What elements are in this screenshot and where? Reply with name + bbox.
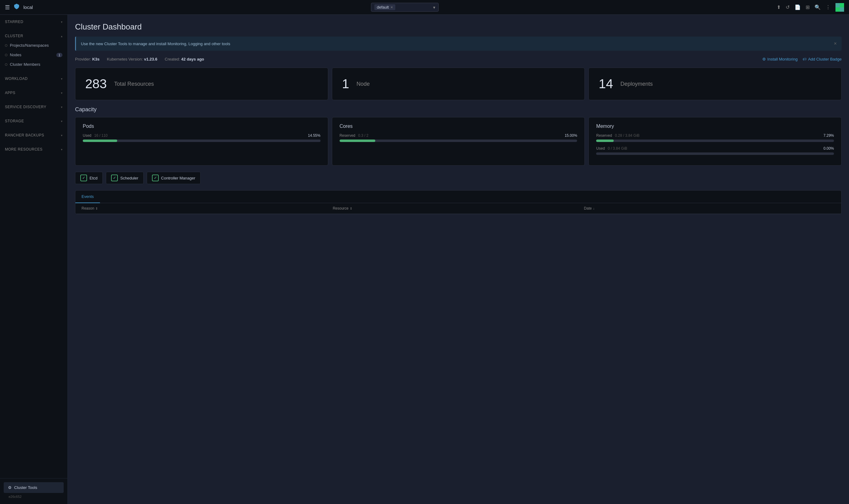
sidebar-cluster-header[interactable]: Cluster ▴ xyxy=(0,31,67,40)
total-resources-label: Total Resources xyxy=(114,81,154,87)
memory-used-values: 0 / 3.84 GiB xyxy=(608,146,627,150)
more-icon[interactable]: ⋮ xyxy=(826,4,831,10)
memory-title: Memory xyxy=(596,124,834,129)
namespace-close-icon[interactable]: × xyxy=(391,5,393,10)
pods-used-label: Used xyxy=(83,133,91,138)
stat-card-deployments: 14 Deployments xyxy=(588,68,842,100)
memory-reserved-row: Reserved 0.28 / 3.84 GiB 7.29% xyxy=(596,133,834,138)
info-banner-close-icon[interactable]: × xyxy=(834,41,837,47)
info-banner: Use the new Cluster Tools to manage and … xyxy=(75,37,842,51)
sidebar-item-cluster-members[interactable]: Cluster Members xyxy=(0,60,67,69)
sidebar-item-projects[interactable]: Projects/Namespaces xyxy=(0,40,67,50)
namespace-tag: default × xyxy=(374,4,395,10)
sidebar-workload-header[interactable]: Workload ▾ xyxy=(0,74,67,83)
nodes-number: 1 xyxy=(342,76,349,91)
events-col-resource[interactable]: Resource ⇕ xyxy=(333,206,584,211)
refresh-icon[interactable]: ↺ xyxy=(786,4,790,10)
svg-rect-3 xyxy=(840,7,844,12)
avatar xyxy=(835,3,844,12)
projects-dot-icon xyxy=(5,44,7,47)
gear-icon: ⚙ xyxy=(8,485,12,490)
events-table-header: Reason ⇕ Resource ⇕ Date ↓ xyxy=(75,203,841,214)
resource-sort-icon: ⇕ xyxy=(350,207,352,210)
sidebar-item-members-label: Cluster Members xyxy=(10,62,40,67)
main-content: Cluster Dashboard Use the new Cluster To… xyxy=(68,15,849,504)
namespace-value: default xyxy=(377,5,389,10)
apps-chevron-icon: ▾ xyxy=(61,91,63,95)
pods-title: Pods xyxy=(83,124,320,129)
cores-reserved-label: Reserved xyxy=(340,133,355,138)
sidebar-more-resources-header[interactable]: More Resources ▾ xyxy=(0,145,67,154)
starred-chevron-icon: ▾ xyxy=(61,20,63,24)
grid-icon[interactable]: ⊞ xyxy=(805,4,810,10)
reason-col-label: Reason xyxy=(82,206,94,211)
provider-label: Provider: K3s xyxy=(75,57,100,61)
pods-progress-fill xyxy=(83,140,117,142)
sidebar-item-nodes[interactable]: Nodes 1 xyxy=(0,50,67,60)
events-col-date[interactable]: Date ↓ xyxy=(584,206,835,211)
hamburger-icon[interactable]: ☰ xyxy=(5,4,10,11)
upload-icon[interactable]: ⬆ xyxy=(777,4,781,10)
deployments-number: 14 xyxy=(599,76,613,91)
nodes-dot-icon xyxy=(5,54,7,56)
created-label: Created: 42 days ago xyxy=(165,57,204,61)
cluster-tools-label: Cluster Tools xyxy=(14,485,37,490)
file-icon[interactable]: 📄 xyxy=(795,4,801,10)
cores-progress-fill xyxy=(340,140,375,142)
namespace-selector[interactable]: default × ▾ xyxy=(371,3,439,12)
deployments-label: Deployments xyxy=(621,81,653,87)
more-resources-chevron-icon: ▾ xyxy=(61,148,63,151)
monitoring-gear-icon: ⚙ xyxy=(762,57,766,61)
memory-reserved-bar xyxy=(596,140,834,142)
sidebar: Starred ▾ Cluster ▴ Projects/Namespaces … xyxy=(0,15,68,504)
sidebar-storage-header[interactable]: Storage ▾ xyxy=(0,116,67,126)
sidebar-workload-label: Workload xyxy=(5,76,28,81)
cores-reserved-values: 0.3 / 2 xyxy=(358,133,368,138)
cluster-meta-actions: ⚙ Install Monitoring 🏷 Add Cluster Badge xyxy=(762,57,842,61)
memory-used-row: Used 0 / 3.84 GiB 0.00% xyxy=(596,146,834,150)
created-value: 42 days ago xyxy=(181,57,204,61)
sidebar-workload-section: Workload ▾ xyxy=(0,72,67,86)
sidebar-service-discovery-label: Service Discovery xyxy=(5,105,47,109)
install-monitoring-link[interactable]: ⚙ Install Monitoring xyxy=(762,57,798,61)
cluster-meta: Provider: K3s Kubernetes Version: v1.23.… xyxy=(75,57,842,61)
memory-reserved-values: 0.28 / 3.84 GiB xyxy=(615,133,640,138)
sidebar-service-discovery-section: Service Discovery ▾ xyxy=(0,100,67,114)
cluster-name: local xyxy=(23,5,33,10)
sidebar-storage-label: Storage xyxy=(5,119,24,123)
capacity-card-memory: Memory Reserved 0.28 / 3.84 GiB 7.29% Us… xyxy=(588,117,842,166)
pods-used-percent: 14.55% xyxy=(308,133,320,138)
memory-used-label: Used xyxy=(596,146,605,150)
events-tab[interactable]: Events xyxy=(75,191,100,203)
add-cluster-badge-link[interactable]: 🏷 Add Cluster Badge xyxy=(802,57,842,61)
sidebar-starred-header[interactable]: Starred ▾ xyxy=(0,17,67,26)
sidebar-cluster-section: Cluster ▴ Projects/Namespaces Nodes 1 Cl… xyxy=(0,29,67,72)
events-section: Events Reason ⇕ Resource ⇕ Date ↓ xyxy=(75,190,842,214)
k8s-version-label: Kubernetes Version: v1.23.6 xyxy=(107,57,157,61)
capacity-card-cores: Cores Reserved 0.3 / 2 15.00% xyxy=(332,117,585,166)
memory-used-percent: 0.00% xyxy=(824,146,834,150)
pods-used-values: 16 / 110 xyxy=(94,133,107,138)
sidebar-spacer xyxy=(0,157,67,478)
memory-reserved-percent: 7.29% xyxy=(824,133,834,138)
resource-col-label: Resource xyxy=(333,206,348,211)
events-col-reason[interactable]: Reason ⇕ xyxy=(82,206,333,211)
nodes-label: Node xyxy=(357,81,370,87)
topbar-left: ☰ local xyxy=(5,3,33,12)
cores-reserved-row: Reserved 0.3 / 2 15.00% xyxy=(340,133,577,138)
sidebar-service-discovery-header[interactable]: Service Discovery ▾ xyxy=(0,102,67,111)
memory-used-bar xyxy=(596,152,834,155)
info-banner-text: Use the new Cluster Tools to manage and … xyxy=(81,41,230,46)
sidebar-apps-header[interactable]: Apps ▾ xyxy=(0,88,67,97)
page-title: Cluster Dashboard xyxy=(75,22,842,32)
sidebar-rancher-backups-label: Rancher Backups xyxy=(5,133,44,137)
sidebar-storage-section: Storage ▾ xyxy=(0,114,67,128)
sidebar-apps-section: Apps ▾ xyxy=(0,86,67,100)
namespace-dropdown-icon[interactable]: ▾ xyxy=(433,5,435,10)
k8s-version-value: v1.23.6 xyxy=(144,57,157,61)
search-icon[interactable]: 🔍 xyxy=(815,4,821,10)
sidebar-rancher-backups-header[interactable]: Rancher Backups ▾ xyxy=(0,131,67,140)
cluster-tools-button[interactable]: ⚙ Cluster Tools xyxy=(4,482,64,493)
storage-chevron-icon: ▾ xyxy=(61,120,63,123)
etcd-badge: ✓ Etcd xyxy=(75,172,103,184)
